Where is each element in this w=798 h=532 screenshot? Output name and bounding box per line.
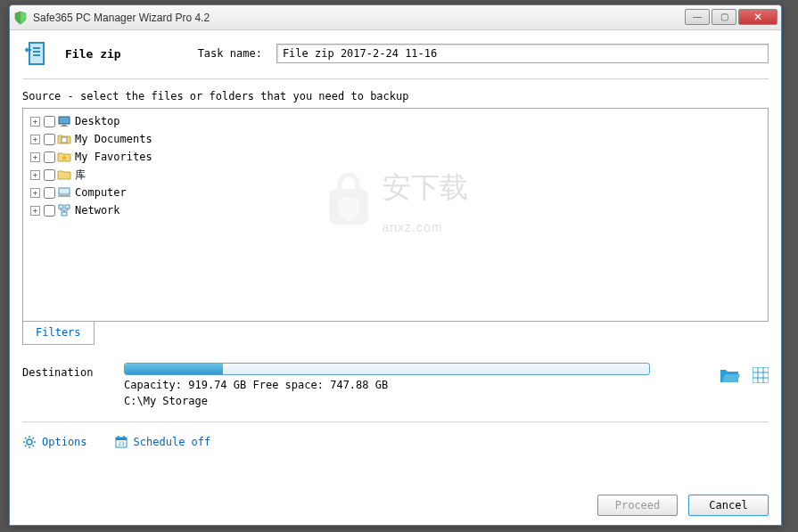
tree-checkbox[interactable]: [44, 134, 55, 145]
svg-rect-5: [62, 125, 66, 126]
schedule-label: Schedule off: [134, 436, 211, 448]
svg-rect-14: [753, 367, 769, 383]
capacity-fill: [125, 364, 223, 374]
svg-line-24: [25, 438, 27, 439]
svg-rect-10: [59, 205, 63, 209]
tree-item-label: My Documents: [75, 133, 152, 145]
gear-icon: [22, 435, 37, 449]
tree-checkbox[interactable]: [44, 205, 55, 217]
file-zip-icon: [22, 39, 51, 68]
svg-line-27: [33, 438, 35, 439]
app-window: Safe365 PC Manager Wizard Pro 4.2 — ▢ ✕ …: [9, 4, 782, 526]
tree-item-desktop[interactable]: + Desktop: [27, 112, 764, 130]
proceed-button[interactable]: Proceed: [597, 495, 678, 516]
svg-text:23: 23: [118, 440, 125, 446]
expand-icon[interactable]: +: [30, 188, 40, 198]
destination-path: C:\My Storage: [124, 395, 706, 407]
tree-item-label: Computer: [75, 186, 127, 199]
header-row: File zip Task name:: [22, 39, 769, 79]
svg-rect-12: [62, 212, 67, 216]
close-button[interactable]: ✕: [738, 9, 777, 25]
titlebar[interactable]: Safe365 PC Manager Wizard Pro 4.2 — ▢ ✕: [10, 5, 781, 30]
tree-checkbox[interactable]: [44, 151, 55, 163]
tree-item-favorites[interactable]: + My Favorites: [27, 148, 764, 166]
app-icon: [13, 11, 28, 25]
destination-label: Destination: [22, 363, 111, 379]
tree-item-library[interactable]: + 库: [27, 166, 764, 184]
file-zip-label: File zip: [65, 47, 121, 61]
expand-icon[interactable]: +: [30, 170, 40, 180]
monitor-icon: [57, 114, 71, 128]
svg-line-26: [25, 446, 27, 447]
tree-item-label: Network: [75, 204, 120, 217]
maximize-button[interactable]: ▢: [712, 9, 736, 25]
task-name-input[interactable]: [276, 44, 769, 63]
svg-line-25: [33, 446, 35, 447]
window-title: Safe365 PC Manager Wizard Pro 4.2: [33, 12, 685, 24]
svg-rect-0: [29, 43, 44, 64]
folder-icon: [57, 168, 71, 182]
browse-folder-icon[interactable]: [719, 364, 740, 386]
svg-rect-11: [65, 205, 70, 209]
tree-checkbox[interactable]: [44, 187, 55, 199]
tree-checkbox[interactable]: [44, 116, 55, 127]
svg-rect-7: [62, 137, 67, 143]
tree-item-label: 库: [75, 168, 86, 183]
network-icon: [57, 203, 71, 217]
source-tree[interactable]: + Desktop + My Documents + My Favorites …: [22, 108, 769, 322]
grid-icon[interactable]: [753, 367, 769, 383]
computer-icon: [57, 185, 71, 200]
schedule-link[interactable]: 23 Schedule off: [114, 435, 211, 449]
calendar-icon: 23: [114, 435, 128, 449]
svg-rect-8: [59, 188, 70, 194]
tree-item-label: Desktop: [75, 115, 120, 127]
options-link[interactable]: Options: [22, 435, 87, 449]
capacity-text: Capacity: 919.74 GB Free space: 747.88 G…: [124, 379, 706, 391]
capacity-bar: [124, 363, 650, 375]
folder-doc-icon: [57, 132, 71, 146]
tree-item-network[interactable]: + Network: [27, 201, 764, 219]
source-label: Source - select the files or folders tha…: [22, 90, 769, 102]
tab-filters[interactable]: Filters: [22, 321, 95, 345]
expand-icon[interactable]: +: [30, 117, 40, 127]
expand-icon[interactable]: +: [30, 135, 40, 144]
svg-rect-9: [58, 195, 70, 197]
tree-checkbox[interactable]: [44, 169, 55, 181]
expand-icon[interactable]: +: [30, 152, 40, 162]
tree-item-label: My Favorites: [75, 151, 152, 163]
expand-icon[interactable]: +: [30, 206, 40, 216]
cancel-button[interactable]: Cancel: [688, 495, 769, 516]
folder-star-icon: [57, 150, 71, 164]
svg-point-19: [27, 439, 32, 445]
minimize-button[interactable]: —: [685, 9, 710, 25]
svg-rect-6: [61, 126, 68, 127]
tree-item-computer[interactable]: + Computer: [27, 184, 764, 201]
svg-rect-4: [59, 117, 70, 124]
tree-item-documents[interactable]: + My Documents: [27, 130, 764, 148]
task-name-label: Task name:: [198, 47, 262, 60]
options-label: Options: [42, 436, 87, 448]
